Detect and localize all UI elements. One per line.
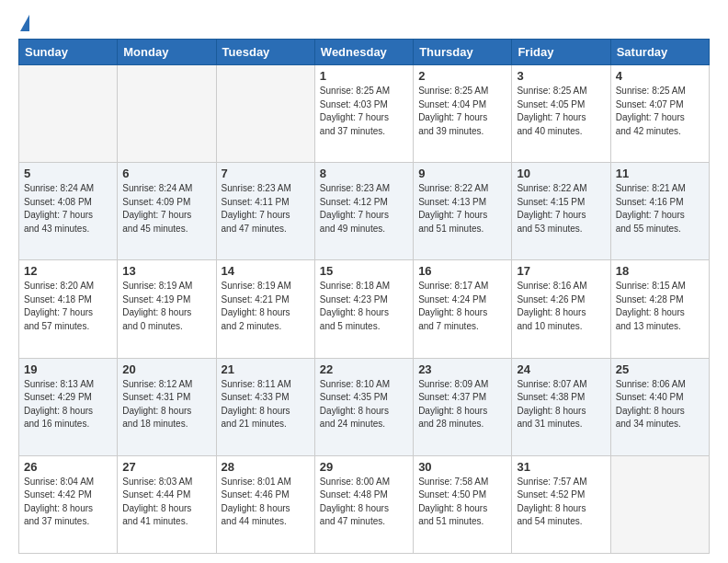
day-info: Sunrise: 8:20 AM Sunset: 4:18 PM Dayligh… (24, 280, 112, 333)
day-info: Sunrise: 7:58 AM Sunset: 4:50 PM Dayligh… (418, 476, 506, 529)
week-row-3: 12Sunrise: 8:20 AM Sunset: 4:18 PM Dayli… (19, 260, 710, 358)
calendar-cell: 17Sunrise: 8:16 AM Sunset: 4:26 PM Dayli… (512, 260, 610, 358)
weekday-header-monday: Monday (118, 40, 216, 65)
calendar-cell: 10Sunrise: 8:22 AM Sunset: 4:15 PM Dayli… (512, 163, 610, 260)
day-number: 28 (222, 460, 310, 474)
day-info: Sunrise: 8:19 AM Sunset: 4:19 PM Dayligh… (122, 280, 210, 333)
day-number: 24 (517, 362, 605, 376)
weekday-header-thursday: Thursday (414, 40, 512, 65)
day-info: Sunrise: 7:57 AM Sunset: 4:52 PM Dayligh… (517, 476, 605, 529)
calendar-cell: 24Sunrise: 8:07 AM Sunset: 4:38 PM Dayli… (512, 358, 610, 455)
day-info: Sunrise: 8:25 AM Sunset: 4:07 PM Dayligh… (616, 85, 704, 138)
calendar-cell: 19Sunrise: 8:13 AM Sunset: 4:29 PM Dayli… (19, 358, 118, 455)
day-info: Sunrise: 8:00 AM Sunset: 4:48 PM Dayligh… (320, 476, 408, 529)
day-number: 11 (616, 167, 704, 180)
calendar-cell: 12Sunrise: 8:20 AM Sunset: 4:18 PM Dayli… (19, 260, 118, 358)
day-info: Sunrise: 8:25 AM Sunset: 4:03 PM Dayligh… (320, 85, 408, 138)
day-info: Sunrise: 8:09 AM Sunset: 4:37 PM Dayligh… (418, 378, 506, 431)
day-number: 4 (616, 69, 704, 83)
day-info: Sunrise: 8:21 AM Sunset: 4:16 PM Dayligh… (616, 182, 704, 236)
logo (18, 15, 29, 31)
day-number: 31 (517, 460, 605, 474)
week-row-5: 26Sunrise: 8:04 AM Sunset: 4:42 PM Dayli… (19, 455, 710, 553)
day-number: 27 (122, 460, 210, 474)
calendar-cell: 13Sunrise: 8:19 AM Sunset: 4:19 PM Dayli… (118, 260, 216, 358)
day-number: 18 (616, 264, 704, 278)
day-info: Sunrise: 8:22 AM Sunset: 4:13 PM Dayligh… (418, 182, 506, 236)
day-number: 29 (320, 460, 408, 474)
day-info: Sunrise: 8:12 AM Sunset: 4:31 PM Dayligh… (122, 378, 210, 431)
day-info: Sunrise: 8:23 AM Sunset: 4:11 PM Dayligh… (222, 182, 310, 236)
day-info: Sunrise: 8:04 AM Sunset: 4:42 PM Dayligh… (24, 476, 112, 529)
day-info: Sunrise: 8:25 AM Sunset: 4:04 PM Dayligh… (418, 85, 506, 138)
weekday-header-tuesday: Tuesday (216, 40, 314, 65)
day-info: Sunrise: 8:13 AM Sunset: 4:29 PM Dayligh… (24, 378, 112, 431)
calendar: SundayMondayTuesdayWednesdayThursdayFrid… (18, 39, 710, 554)
day-info: Sunrise: 8:19 AM Sunset: 4:21 PM Dayligh… (222, 280, 310, 333)
day-number: 8 (320, 167, 408, 180)
day-info: Sunrise: 8:11 AM Sunset: 4:33 PM Dayligh… (222, 378, 310, 431)
calendar-cell: 3Sunrise: 8:25 AM Sunset: 4:05 PM Daylig… (512, 65, 610, 163)
calendar-cell (118, 65, 216, 163)
calendar-cell: 16Sunrise: 8:17 AM Sunset: 4:24 PM Dayli… (414, 260, 512, 358)
calendar-cell: 20Sunrise: 8:12 AM Sunset: 4:31 PM Dayli… (118, 358, 216, 455)
calendar-cell (216, 65, 314, 163)
day-number: 16 (418, 264, 506, 278)
calendar-cell: 5Sunrise: 8:24 AM Sunset: 4:08 PM Daylig… (19, 163, 118, 260)
calendar-cell: 9Sunrise: 8:22 AM Sunset: 4:13 PM Daylig… (414, 163, 512, 260)
day-number: 1 (320, 69, 408, 83)
day-number: 9 (418, 167, 506, 180)
day-number: 25 (616, 362, 704, 376)
day-number: 14 (222, 264, 310, 278)
calendar-cell: 18Sunrise: 8:15 AM Sunset: 4:28 PM Dayli… (610, 260, 709, 358)
calendar-cell: 22Sunrise: 8:10 AM Sunset: 4:35 PM Dayli… (314, 358, 413, 455)
calendar-cell: 8Sunrise: 8:23 AM Sunset: 4:12 PM Daylig… (314, 163, 413, 260)
day-info: Sunrise: 8:24 AM Sunset: 4:08 PM Dayligh… (24, 182, 112, 236)
day-info: Sunrise: 8:18 AM Sunset: 4:23 PM Dayligh… (320, 280, 408, 333)
day-info: Sunrise: 8:07 AM Sunset: 4:38 PM Dayligh… (517, 378, 605, 431)
calendar-cell: 15Sunrise: 8:18 AM Sunset: 4:23 PM Dayli… (314, 260, 413, 358)
calendar-cell: 11Sunrise: 8:21 AM Sunset: 4:16 PM Dayli… (610, 163, 709, 260)
day-info: Sunrise: 8:25 AM Sunset: 4:05 PM Dayligh… (517, 85, 605, 138)
day-number: 21 (222, 362, 310, 376)
day-info: Sunrise: 8:16 AM Sunset: 4:26 PM Dayligh… (517, 280, 605, 333)
day-number: 23 (418, 362, 506, 376)
calendar-cell: 4Sunrise: 8:25 AM Sunset: 4:07 PM Daylig… (610, 65, 709, 163)
day-info: Sunrise: 8:24 AM Sunset: 4:09 PM Dayligh… (122, 182, 210, 236)
day-info: Sunrise: 8:22 AM Sunset: 4:15 PM Dayligh… (517, 182, 605, 236)
weekday-header-sunday: Sunday (19, 40, 118, 65)
day-number: 3 (517, 69, 605, 83)
week-row-2: 5Sunrise: 8:24 AM Sunset: 4:08 PM Daylig… (19, 163, 710, 260)
weekday-header-friday: Friday (512, 40, 610, 65)
calendar-cell (19, 65, 118, 163)
calendar-cell: 25Sunrise: 8:06 AM Sunset: 4:40 PM Dayli… (610, 358, 709, 455)
header (18, 15, 710, 31)
day-info: Sunrise: 8:17 AM Sunset: 4:24 PM Dayligh… (418, 280, 506, 333)
day-number: 7 (222, 167, 310, 180)
day-number: 17 (517, 264, 605, 278)
day-number: 10 (517, 167, 605, 180)
calendar-cell: 27Sunrise: 8:03 AM Sunset: 4:44 PM Dayli… (118, 455, 216, 553)
day-number: 13 (122, 264, 210, 278)
calendar-cell: 2Sunrise: 8:25 AM Sunset: 4:04 PM Daylig… (414, 65, 512, 163)
calendar-cell: 14Sunrise: 8:19 AM Sunset: 4:21 PM Dayli… (216, 260, 314, 358)
day-number: 12 (24, 264, 112, 278)
page: SundayMondayTuesdayWednesdayThursdayFrid… (0, 0, 728, 563)
calendar-cell: 29Sunrise: 8:00 AM Sunset: 4:48 PM Dayli… (314, 455, 413, 553)
calendar-cell: 6Sunrise: 8:24 AM Sunset: 4:09 PM Daylig… (118, 163, 216, 260)
day-info: Sunrise: 8:15 AM Sunset: 4:28 PM Dayligh… (616, 280, 704, 333)
day-number: 2 (418, 69, 506, 83)
day-info: Sunrise: 8:06 AM Sunset: 4:40 PM Dayligh… (616, 378, 704, 431)
calendar-cell: 1Sunrise: 8:25 AM Sunset: 4:03 PM Daylig… (314, 65, 413, 163)
day-number: 22 (320, 362, 408, 376)
calendar-cell: 26Sunrise: 8:04 AM Sunset: 4:42 PM Dayli… (19, 455, 118, 553)
weekday-header-saturday: Saturday (610, 40, 709, 65)
calendar-cell: 31Sunrise: 7:57 AM Sunset: 4:52 PM Dayli… (512, 455, 610, 553)
calendar-cell: 30Sunrise: 7:58 AM Sunset: 4:50 PM Dayli… (414, 455, 512, 553)
week-row-1: 1Sunrise: 8:25 AM Sunset: 4:03 PM Daylig… (19, 65, 710, 163)
day-number: 26 (24, 460, 112, 474)
day-number: 30 (418, 460, 506, 474)
calendar-cell: 21Sunrise: 8:11 AM Sunset: 4:33 PM Dayli… (216, 358, 314, 455)
day-info: Sunrise: 8:03 AM Sunset: 4:44 PM Dayligh… (122, 476, 210, 529)
week-row-4: 19Sunrise: 8:13 AM Sunset: 4:29 PM Dayli… (19, 358, 710, 455)
